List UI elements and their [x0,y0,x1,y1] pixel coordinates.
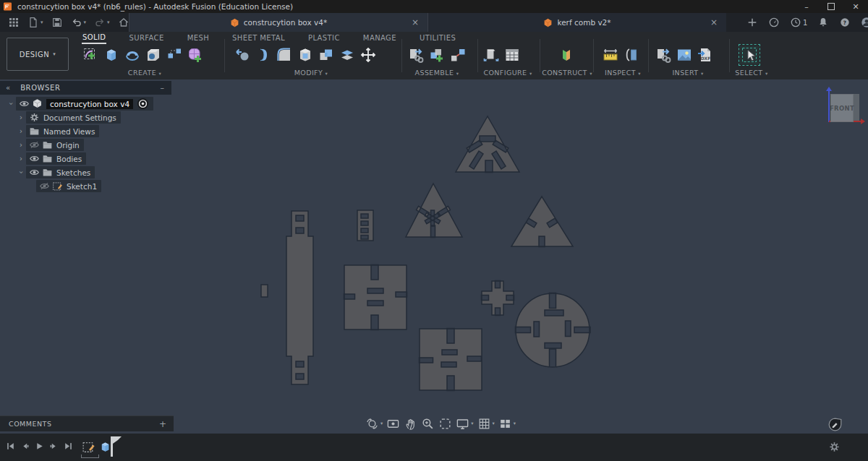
home-icon[interactable] [118,17,129,28]
eye-off-icon[interactable] [27,139,41,150]
revolve-icon[interactable] [123,46,142,64]
form-icon[interactable] [186,46,205,64]
browser-item-construcytion-box-v4[interactable]: ›construcytion box v4 [0,97,171,111]
zoom-icon[interactable] [421,417,435,431]
display-settings-icon[interactable] [456,417,469,431]
workspace-switcher[interactable]: DESIGN ▾ [7,38,69,71]
circle-plate[interactable] [516,293,591,368]
step-forward-icon[interactable] [49,441,59,451]
close-tab-icon[interactable]: × [710,17,718,27]
ribbon-group-label[interactable]: INSPECT ▾ [605,69,641,77]
minimize-button[interactable]: – [794,0,819,13]
comb-strip[interactable] [357,210,373,241]
avatar-icon-wrap[interactable] [861,17,868,28]
pan-icon-wrap[interactable] [404,417,417,431]
chevron-down-icon[interactable]: › [7,99,15,109]
maximize-button[interactable] [819,0,843,13]
fillet-icon[interactable] [275,46,294,64]
triangle-plate-large[interactable] [456,116,519,173]
chevron-down-icon[interactable]: › [17,168,25,178]
look-at-icon[interactable] [386,417,400,431]
timeline-scrubber-flag[interactable] [113,436,122,444]
joint-icon[interactable] [448,46,467,64]
document-tab-2[interactable]: kerf comb v2*× [427,13,726,32]
browser-item-sketch1[interactable]: Sketch1 [0,179,171,193]
long-bar[interactable] [286,211,313,384]
help-icon-wrap[interactable]: ? [839,17,851,28]
browser-item-document-settings[interactable]: ›Document Settings [0,111,171,124]
browser-minimize-icon[interactable]: – [161,83,165,92]
chevron-right-icon[interactable]: › [16,127,26,135]
zoom-icon-wrap[interactable] [421,417,435,431]
app-grid-icon[interactable] [8,17,20,28]
construct-plane-icon[interactable] [557,46,576,64]
viewports-icon-wrap[interactable]: ▾ [498,417,516,431]
ribbon-group-label[interactable]: CONSTRUCT ▾ [542,69,592,77]
thicken-icon[interactable] [254,46,273,64]
chevron-down-icon[interactable]: ▾ [107,20,110,25]
ribbon-group-label[interactable]: ASSEMBLE ▾ [415,69,459,77]
file-icon[interactable] [27,17,39,28]
chevron-down-icon[interactable]: ▾ [471,421,473,426]
select-icon[interactable] [740,46,759,64]
layout-grid-icon[interactable] [477,417,491,431]
help-icon[interactable]: ? [839,17,851,28]
play-icon[interactable] [35,441,44,451]
fit-icon[interactable] [438,417,452,431]
ribbon-group-label[interactable]: INSERT ▾ [672,69,703,77]
chevron-down-icon[interactable]: ▾ [380,421,383,426]
ribbon-group-label[interactable]: CREATE ▾ [128,69,161,77]
eye-off-icon[interactable] [38,181,51,191]
insert-derive-icon[interactable] [654,46,673,64]
feedback-icon[interactable] [827,417,843,432]
display-settings-icon-wrap[interactable]: ▾ [456,417,473,431]
ribbon-tab-plastic[interactable]: PLASTIC [307,33,341,43]
job-status-icon[interactable] [768,17,780,28]
shell-icon[interactable] [296,46,315,64]
chevron-right-icon[interactable]: › [16,113,26,121]
combine-icon[interactable] [317,46,336,64]
triangle-plate-star[interactable] [406,184,462,238]
ribbon-tab-utilities[interactable]: UTILITIES [419,33,456,43]
square-plate-b[interactable] [420,329,482,391]
chevron-right-icon[interactable]: › [16,141,26,149]
measure-icon[interactable] [601,46,620,64]
browser-item-origin[interactable]: ›Origin [0,138,171,152]
new-tab-icon-wrap[interactable] [746,17,758,28]
split-icon[interactable] [338,46,357,64]
timeline-settings-gear-icon[interactable] [828,441,841,453]
notification-bell-icon-wrap[interactable] [817,17,829,28]
chevron-down-icon[interactable]: ▾ [493,421,495,426]
chevron-down-icon[interactable]: ▾ [41,20,43,25]
square-plate-a[interactable] [344,265,407,330]
derive-icon[interactable] [407,46,425,64]
extension-clock-icon-wrap[interactable]: 1 [790,17,807,28]
skip-end-icon[interactable] [64,441,73,451]
browser-item-named-views[interactable]: ›Named Views [0,124,171,138]
small-rect[interactable] [261,285,268,297]
hash-connector[interactable] [482,281,514,316]
eye-icon[interactable] [27,167,41,178]
activate-target-icon[interactable] [137,98,149,110]
avatar-icon[interactable] [861,17,868,28]
canvas-icon[interactable] [675,46,694,64]
step-back-icon[interactable] [20,441,30,451]
collapse-panel-icon[interactable]: « [6,84,10,92]
comments-bar[interactable]: COMMENTS + [0,415,174,431]
look-at-icon-wrap[interactable] [386,417,400,431]
skip-start-icon[interactable] [6,441,15,451]
save-icon[interactable] [51,17,63,28]
document-tab-1[interactable]: construcytion box v4*× [129,13,427,32]
extrude-icon[interactable] [102,46,121,64]
job-status-icon-wrap[interactable] [768,17,780,28]
add-comment-button[interactable]: + [159,419,166,429]
orbit-icon[interactable] [365,417,379,431]
ribbon-tab-solid[interactable]: SOLID [82,32,106,44]
orbit-icon-wrap[interactable]: ▾ [365,417,383,431]
ribbon-tab-manage[interactable]: MANAGE [362,33,397,43]
move-icon[interactable] [359,46,378,64]
ribbon-tab-surface[interactable]: SURFACE [128,33,164,43]
viewports-icon[interactable] [498,417,512,431]
ribbon-group-label[interactable]: MODIFY ▾ [294,69,328,77]
pattern-icon[interactable] [165,46,184,64]
